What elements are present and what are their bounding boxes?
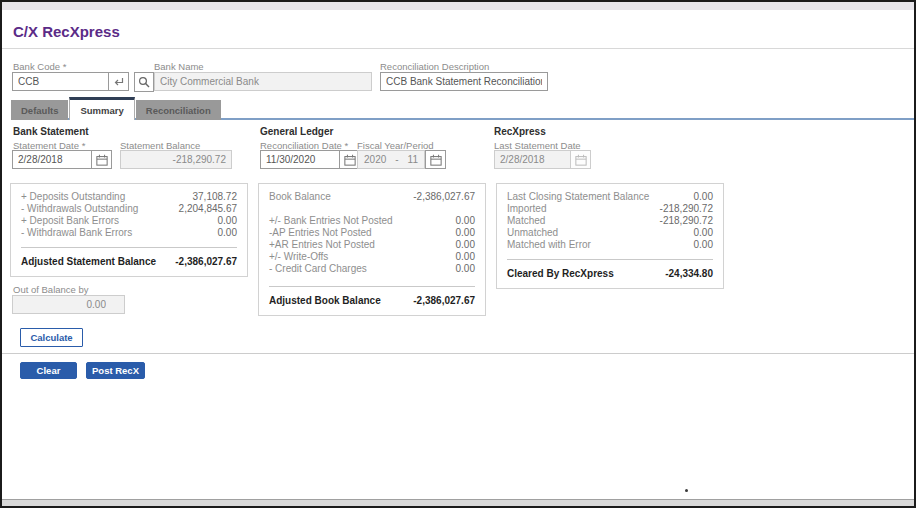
row-value: -2,386,027.67 — [413, 191, 475, 203]
row-label: - Withdrawal Bank Errors — [21, 227, 132, 239]
row-label: +/- Bank Entries Not Posted — [269, 215, 393, 227]
out-of-balance-label: Out of Balance by — [13, 284, 89, 295]
fiscal-period: 11 — [408, 154, 418, 165]
bank-statement-section-title: Bank Statement — [13, 126, 89, 137]
row-value: 0.00 — [456, 227, 475, 239]
total-label: Adjusted Book Balance — [269, 294, 381, 307]
bank-code-input[interactable] — [12, 72, 108, 91]
bank-code-group — [12, 72, 129, 91]
tab-defaults[interactable]: Defaults — [11, 100, 68, 120]
page-title: C/X RecXpress — [13, 23, 120, 40]
bank-name-label: Bank Name — [154, 61, 204, 72]
header-divider — [2, 48, 914, 49]
panel-row: Book Balance-2,386,027.67 — [269, 191, 475, 203]
panel-row: + Deposit Bank Errors0.00 — [21, 215, 237, 227]
window-bottom-strip — [2, 499, 914, 506]
panel-divider — [269, 286, 475, 287]
recxpress-section-title: RecXpress — [494, 126, 546, 137]
row-value: -218,290.72 — [660, 203, 713, 215]
panel-row: +/- Write-Offs0.00 — [269, 251, 475, 263]
general-ledger-section-title: General Ledger — [260, 126, 333, 137]
reconciliation-description-label: Reconciliation Description — [380, 61, 489, 72]
last-statement-date-group — [494, 150, 591, 169]
row-label: Imported — [507, 203, 546, 215]
row-value: 0.00 — [456, 239, 475, 251]
row-label: - Credit Card Charges — [269, 263, 367, 275]
clear-button[interactable]: Clear — [20, 362, 77, 379]
reconciliation-date-input[interactable] — [260, 150, 339, 169]
recxpress-panel: Last Closing Statement Balance0.00Import… — [496, 183, 724, 289]
panel-row: - Credit Card Charges0.00 — [269, 263, 475, 275]
total-value: -2,386,027.67 — [413, 294, 475, 307]
bank-code-label: Bank Code * — [13, 61, 66, 72]
fiscal-separator: - — [395, 154, 398, 165]
panel-row: + Deposits Outstanding37,108.72 — [21, 191, 237, 203]
row-label: +AR Entries Not Posted — [269, 239, 375, 251]
last-statement-date-input — [494, 150, 570, 169]
row-value: -218,290.72 — [660, 215, 713, 227]
panel-row: +/- Bank Entries Not Posted0.00 — [269, 215, 475, 227]
row-value: 0.00 — [694, 239, 713, 251]
row-label: - Withdrawals Outstanding — [21, 203, 138, 215]
panel-row: - Withdrawal Bank Errors0.00 — [21, 227, 237, 239]
row-label: +/- Write-Offs — [269, 251, 328, 263]
row-label: Book Balance — [269, 191, 331, 203]
panel-row: Matched-218,290.72 — [507, 215, 713, 227]
total-label: Cleared By RecXpress — [507, 267, 614, 280]
footer-divider — [2, 353, 914, 354]
calendar-icon — [430, 154, 442, 166]
row-label: Unmatched — [507, 227, 558, 239]
post-recx-button[interactable]: Post RecX — [86, 362, 145, 379]
panel-row: Matched with Error0.00 — [507, 239, 713, 251]
row-label: -AP Entries Not Posted — [269, 227, 372, 239]
panel-row: Imported-218,290.72 — [507, 203, 713, 215]
row-value: 0.00 — [456, 215, 475, 227]
row-label: Matched — [507, 215, 545, 227]
statement-date-group — [12, 150, 112, 169]
row-label: Matched with Error — [507, 239, 591, 251]
tab-summary[interactable]: Summary — [69, 97, 134, 120]
panel-divider — [507, 259, 713, 260]
panel-row: -AP Entries Not Posted0.00 — [269, 227, 475, 239]
total-value: -24,334.80 — [665, 267, 713, 280]
bank-statement-panel: + Deposits Outstanding37,108.72- Withdra… — [10, 183, 248, 277]
cleared-by-recxpress-row: Cleared By RecXpress -24,334.80 — [507, 267, 713, 280]
cursor-dot — [685, 489, 688, 492]
row-value: 2,204,845.67 — [179, 203, 237, 215]
enter-arrow-icon — [113, 77, 124, 87]
panel-row: - Withdrawals Outstanding2,204,845.67 — [21, 203, 237, 215]
calendar-icon — [575, 154, 587, 166]
row-label: + Deposits Outstanding — [21, 191, 125, 203]
row-value: 0.00 — [694, 227, 713, 239]
fiscal-year-period-value: 2020 - 11 — [357, 150, 425, 169]
calculate-button[interactable]: Calculate — [20, 328, 83, 347]
tab-reconciliation[interactable]: Reconciliation — [136, 100, 221, 120]
fiscal-year: 2020 — [364, 154, 386, 165]
row-value: 0.00 — [456, 263, 475, 275]
panel-row: +AR Entries Not Posted0.00 — [269, 239, 475, 251]
row-value: 0.00 — [218, 227, 237, 239]
reconciliation-date-group — [260, 150, 360, 169]
panel-row: Last Closing Statement Balance0.00 — [507, 191, 713, 203]
general-ledger-panel: Book Balance-2,386,027.67+/- Bank Entrie… — [258, 183, 486, 316]
adjusted-book-balance-row: Adjusted Book Balance -2,386,027.67 — [269, 294, 475, 307]
reconciliation-description-input[interactable] — [380, 72, 548, 91]
window-top-strip — [2, 2, 914, 10]
out-of-balance-input — [12, 295, 125, 314]
fiscal-year-period-picker-button[interactable] — [425, 150, 446, 169]
statement-date-picker-button[interactable] — [91, 150, 112, 169]
bank-name-input — [154, 72, 372, 91]
total-label: Adjusted Statement Balance — [21, 255, 156, 268]
row-value: 0.00 — [218, 215, 237, 227]
row-label: Last Closing Statement Balance — [507, 191, 649, 203]
bank-code-go-button[interactable] — [108, 72, 129, 91]
statement-date-input[interactable] — [12, 150, 91, 169]
bank-code-lookup-button[interactable] — [134, 72, 154, 92]
calendar-icon — [96, 154, 108, 166]
row-value: 0.00 — [694, 191, 713, 203]
recxpress-window: C/X RecXpress Bank Code * Bank Name Reco… — [0, 0, 916, 508]
last-statement-date-picker-button — [570, 150, 591, 169]
panel-row: Unmatched0.00 — [507, 227, 713, 239]
calendar-icon — [344, 154, 356, 166]
row-value: 0.00 — [456, 251, 475, 263]
